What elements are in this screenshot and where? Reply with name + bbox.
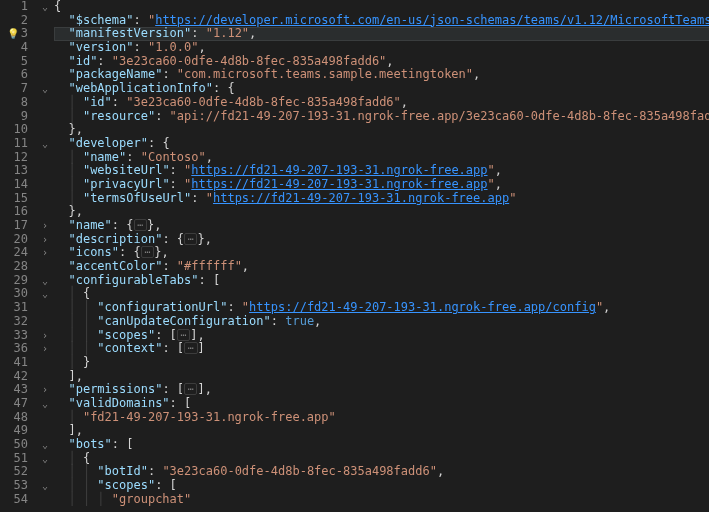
code-line[interactable]: "manifestVersion": "1.12", <box>54 27 709 41</box>
fold-open-icon[interactable]: ⌄ <box>36 287 54 301</box>
code-line[interactable]: │ } <box>54 356 709 370</box>
fold-none <box>36 96 54 110</box>
code-line[interactable]: "developer": { <box>54 137 709 151</box>
fold-open-icon[interactable]: ⌄ <box>36 452 54 466</box>
json-key: "canUpdateConfiguration" <box>97 314 270 328</box>
punctuation: : <box>170 163 184 177</box>
line-number: 11 <box>0 137 28 151</box>
code-line[interactable]: "name": {⋯}, <box>54 219 709 233</box>
code-line[interactable]: │ "fd21-49-207-193-31.ngrok-free.app" <box>54 411 709 425</box>
fold-open-icon[interactable]: ⌄ <box>36 479 54 493</box>
code-line[interactable]: { <box>54 0 709 14</box>
code-line[interactable]: │ │ "canUpdateConfiguration": true, <box>54 315 709 329</box>
code-line[interactable]: "packageName": "com.microsoft.teams.samp… <box>54 68 709 82</box>
fold-none <box>36 411 54 425</box>
code-line[interactable]: ], <box>54 370 709 384</box>
fold-closed-icon[interactable]: › <box>36 246 54 260</box>
fold-open-icon[interactable]: ⌄ <box>36 397 54 411</box>
code-line[interactable]: "bots": [ <box>54 438 709 452</box>
code-line[interactable]: │ │ "context": [⋯] <box>54 342 709 356</box>
indent-guide <box>54 204 68 218</box>
punctuation: : [ <box>170 396 192 410</box>
fold-open-icon[interactable]: ⌄ <box>36 274 54 288</box>
code-line[interactable]: "configurableTabs": [ <box>54 274 709 288</box>
line-number: 29 <box>0 274 28 288</box>
punctuation: { <box>133 245 140 259</box>
fold-closed-icon[interactable]: › <box>36 219 54 233</box>
json-key: "configurationUrl" <box>97 300 227 314</box>
punctuation: , <box>386 54 393 68</box>
code-editor[interactable]: 1234567891011121314151617202428293031323… <box>0 0 709 512</box>
code-line[interactable]: │ "resource": "api://fd21-49-207-193-31.… <box>54 110 709 124</box>
fold-closed-icon[interactable]: › <box>36 383 54 397</box>
code-line[interactable]: │ "websiteUrl": "https://fd21-49-207-193… <box>54 164 709 178</box>
line-number: 16 <box>0 205 28 219</box>
indent-guide: │ <box>54 355 83 369</box>
line-number: 32 <box>0 315 28 329</box>
fold-none <box>36 356 54 370</box>
punctuation: , <box>198 328 205 342</box>
code-line[interactable]: │ │ │ "groupchat" <box>54 493 709 507</box>
code-line[interactable]: ], <box>54 424 709 438</box>
code-line[interactable]: │ │ "botId": "3e23ca60-0dfe-4d8b-8fec-83… <box>54 465 709 479</box>
json-key: "scopes" <box>97 328 155 342</box>
json-key: "validDomains" <box>68 396 169 410</box>
code-line[interactable]: │ "privacyUrl": "https://fd21-49-207-193… <box>54 178 709 192</box>
fold-open-icon[interactable]: ⌄ <box>36 82 54 96</box>
code-line[interactable]: "accentColor": "#ffffff", <box>54 260 709 274</box>
line-number: 48 <box>0 411 28 425</box>
fold-closed-icon[interactable]: › <box>36 342 54 356</box>
line-number: 52 <box>0 465 28 479</box>
url-link[interactable]: https://fd21-49-207-193-31.ngrok-free.ap… <box>249 300 596 314</box>
json-key: "configurableTabs" <box>68 273 198 287</box>
url-link[interactable]: https://fd21-49-207-193-31.ngrok-free.ap… <box>191 163 487 177</box>
code-line[interactable]: "id": "3e23ca60-0dfe-4d8b-8fec-835a498fa… <box>54 55 709 69</box>
json-key: "privacyUrl" <box>83 177 170 191</box>
line-number: 41 <box>0 356 28 370</box>
indent-guide: │ <box>54 150 83 164</box>
punctuation: , <box>401 95 408 109</box>
fold-open-icon[interactable]: ⌄ <box>36 0 54 14</box>
fold-closed-icon[interactable]: › <box>36 329 54 343</box>
fold-open-icon[interactable]: ⌄ <box>36 438 54 452</box>
json-string: " <box>488 163 495 177</box>
punctuation: } <box>197 232 204 246</box>
code-line[interactable]: }, <box>54 123 709 137</box>
code-line[interactable]: │ │ "scopes": [ <box>54 479 709 493</box>
line-number: 15 <box>0 192 28 206</box>
folded-region-badge: ⋯ <box>184 383 197 395</box>
fold-none <box>36 14 54 28</box>
code-line[interactable]: "webApplicationInfo": { <box>54 82 709 96</box>
fold-closed-icon[interactable]: › <box>36 233 54 247</box>
punctuation: , <box>154 218 161 232</box>
code-line[interactable]: │ │ "configurationUrl": "https://fd21-49… <box>54 301 709 315</box>
code-line[interactable]: }, <box>54 205 709 219</box>
code-line[interactable]: │ "termsOfUseUrl": "https://fd21-49-207-… <box>54 192 709 206</box>
url-link[interactable]: https://developer.microsoft.com/en-us/js… <box>155 13 709 27</box>
indent-guide: │ │ <box>54 314 97 328</box>
punctuation: : <box>162 341 176 355</box>
line-number: 42 <box>0 370 28 384</box>
url-link[interactable]: https://fd21-49-207-193-31.ngrok-free.ap… <box>191 177 487 191</box>
line-number: 30 <box>0 287 28 301</box>
code-line[interactable]: "permissions": [⋯], <box>54 383 709 397</box>
folded-region-badge: ⋯ <box>134 219 147 231</box>
url-link[interactable]: https://fd21-49-207-193-31.ngrok-free.ap… <box>213 191 509 205</box>
code-line[interactable]: "description": {⋯}, <box>54 233 709 247</box>
punctuation: , <box>495 177 502 191</box>
code-line[interactable]: │ "id": "3e23ca60-0dfe-4d8b-8fec-835a498… <box>54 96 709 110</box>
fold-open-icon[interactable]: ⌄ <box>36 137 54 151</box>
line-number-gutter: 1234567891011121314151617202428293031323… <box>0 0 36 512</box>
fold-column[interactable]: ⌄ ⌄ ⌄ ››› ⌄⌄ ›› ›⌄ ⌄⌄ ⌄ <box>36 0 54 512</box>
folded-region-badge: ⋯ <box>177 329 190 341</box>
code-content[interactable]: { "$schema": "https://developer.microsof… <box>54 0 709 512</box>
punctuation: { <box>126 218 133 232</box>
indent-guide <box>54 382 68 396</box>
json-string: "api://fd21-49-207-193-31.ngrok-free.app… <box>170 109 709 123</box>
code-line[interactable]: "validDomains": [ <box>54 397 709 411</box>
code-line[interactable]: "$schema": "https://developer.microsoft.… <box>54 14 709 28</box>
punctuation: : <box>133 40 147 54</box>
punctuation: { <box>83 451 90 465</box>
code-line[interactable]: "icons": {⋯}, <box>54 246 709 260</box>
code-line[interactable]: "version": "1.0.0", <box>54 41 709 55</box>
